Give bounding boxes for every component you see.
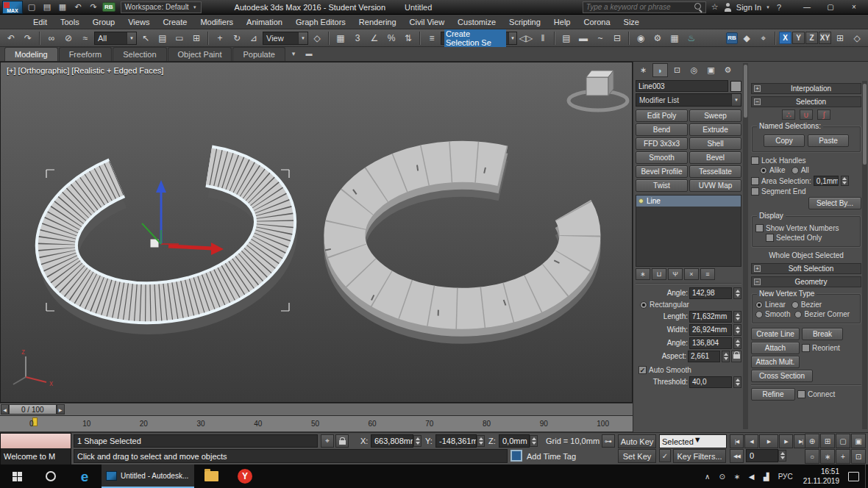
angle2-field[interactable]: 136,804 bbox=[689, 337, 732, 349]
aspect-lock-icon[interactable] bbox=[731, 351, 741, 362]
horseshoe-object-solid[interactable] bbox=[327, 162, 580, 323]
angle2-spinner[interactable] bbox=[733, 337, 741, 349]
smooth-radio[interactable] bbox=[755, 311, 763, 318]
modifier-extrude-button[interactable]: Extrude bbox=[689, 123, 741, 136]
zoom-region-icon[interactable]: ○ bbox=[805, 449, 819, 464]
alike-radio[interactable] bbox=[760, 167, 767, 174]
rendered-frame-window-icon[interactable]: ▦ bbox=[666, 31, 683, 46]
modifier-list-dropdown[interactable]: Modifier List ▼ bbox=[636, 93, 741, 107]
menu-create[interactable]: Create bbox=[156, 16, 193, 28]
frame-spinner[interactable] bbox=[778, 450, 786, 462]
plugin-rb-badge[interactable]: RB bbox=[102, 2, 115, 12]
window-crossing-icon[interactable]: ⊞ bbox=[188, 31, 204, 46]
viewport[interactable]: [+] [Orthographic] [Realistic + Edged Fa… bbox=[0, 62, 633, 403]
volume-icon[interactable]: ◀ bbox=[744, 464, 759, 488]
unlink-selection-icon[interactable]: ⊘ bbox=[60, 31, 77, 46]
selection-filter-dropdown[interactable]: All ▼ bbox=[94, 32, 137, 45]
tab-object-paint[interactable]: Object Paint bbox=[168, 47, 232, 61]
select-by-button[interactable]: Select By... bbox=[808, 197, 861, 209]
plugin-rb-toolbar-badge[interactable]: RB bbox=[726, 32, 738, 44]
material-editor-icon[interactable]: ◉ bbox=[633, 31, 649, 46]
y-coordinate-field[interactable]: -148,361mm bbox=[435, 434, 477, 448]
angle-spinner[interactable] bbox=[733, 287, 741, 299]
make-unique-icon[interactable]: Ψ bbox=[668, 268, 683, 280]
angle-snap-icon[interactable]: ∠ bbox=[366, 31, 383, 46]
threshold-field[interactable]: 40,0 bbox=[689, 376, 732, 388]
axis-constraint-xy-button[interactable]: XY bbox=[819, 32, 831, 44]
y-spinner[interactable] bbox=[477, 435, 485, 447]
key-filter-scope-dropdown[interactable]: Selected ▼ bbox=[659, 434, 727, 448]
menu-animation[interactable]: Animation bbox=[240, 16, 289, 28]
tab-populate[interactable]: Populate bbox=[232, 47, 285, 61]
object-color-swatch[interactable] bbox=[730, 81, 741, 92]
create-line-button[interactable]: Create Line bbox=[751, 328, 800, 340]
viewcube[interactable] bbox=[569, 71, 627, 110]
x-coordinate-field[interactable]: 663,808mm bbox=[371, 434, 413, 448]
app-logo[interactable]: MAX bbox=[2, 1, 23, 14]
favorites-star-icon[interactable]: ☆ bbox=[708, 1, 722, 13]
connect-checkbox[interactable] bbox=[797, 390, 805, 398]
add-time-tag-icon[interactable] bbox=[511, 450, 522, 462]
paste-button[interactable]: Paste bbox=[808, 134, 849, 147]
layer-manager-icon[interactable]: ▤ bbox=[558, 31, 574, 46]
x-spinner[interactable] bbox=[413, 435, 421, 447]
bezier-corner-radio[interactable] bbox=[794, 311, 802, 318]
minimize-button[interactable]: — bbox=[795, 1, 819, 14]
undo-icon[interactable]: ↶ bbox=[71, 1, 85, 13]
time-slider-prev-arrow[interactable]: ◀ bbox=[1, 404, 9, 415]
action-center-icon[interactable] bbox=[848, 472, 859, 481]
keyboard-shortcut-override-icon[interactable]: ▦ bbox=[332, 31, 349, 46]
next-frame-button[interactable]: ▶ bbox=[779, 434, 793, 448]
play-button[interactable]: ▶ bbox=[759, 434, 778, 448]
open-file-icon[interactable]: ▤ bbox=[40, 1, 54, 13]
z-spinner[interactable] bbox=[530, 435, 538, 447]
sub-object-vertex-icon[interactable]: ∴ bbox=[782, 110, 795, 120]
selection-lock-toggle-icon[interactable] bbox=[335, 434, 349, 448]
redo-icon[interactable]: ↷ bbox=[20, 31, 36, 46]
set-key-check-icon[interactable]: ✓ bbox=[659, 449, 671, 462]
copy-button[interactable]: Copy bbox=[764, 134, 805, 147]
edge-browser-button[interactable]: e bbox=[68, 464, 102, 488]
isolate-selection-toggle-icon[interactable]: ⌖ bbox=[321, 434, 334, 448]
clock[interactable]: 16:51 21.11.2019 bbox=[797, 464, 845, 488]
aspect-spinner[interactable] bbox=[722, 351, 730, 362]
close-button[interactable]: × bbox=[842, 1, 866, 14]
tab-modify-icon[interactable]: ◗ bbox=[652, 63, 668, 77]
refine-button[interactable]: Refine bbox=[751, 388, 795, 401]
collapse-icon[interactable]: − bbox=[754, 98, 761, 105]
tab-display-icon[interactable]: ▣ bbox=[703, 63, 719, 77]
tab-motion-icon[interactable]: ◎ bbox=[686, 63, 702, 77]
axis-constraint-x-button[interactable]: X bbox=[779, 32, 791, 44]
undo-icon[interactable]: ↶ bbox=[3, 31, 19, 46]
curve-editor-icon[interactable]: ~ bbox=[592, 31, 608, 46]
all-radio[interactable] bbox=[791, 167, 799, 174]
modifier-edit-poly-button[interactable]: Edit Poly bbox=[636, 110, 688, 122]
maximize-viewport-toggle-icon[interactable]: ⊡ bbox=[851, 449, 866, 464]
remove-modifier-icon[interactable]: × bbox=[684, 268, 699, 280]
yandex-browser-button[interactable]: Y bbox=[228, 464, 262, 488]
visibility-bulb-icon[interactable] bbox=[638, 198, 644, 204]
zoom-icon[interactable]: ⊕ bbox=[805, 434, 819, 448]
modifier-bend-button[interactable]: Bend bbox=[636, 123, 688, 136]
select-and-rotate-icon[interactable]: ↻ bbox=[229, 31, 245, 46]
bind-to-space-warp-icon[interactable]: ≈ bbox=[77, 31, 93, 46]
menu-corona[interactable]: Corona bbox=[577, 16, 616, 28]
width-field[interactable]: 26,924mm bbox=[689, 324, 732, 336]
select-by-name-icon[interactable]: ▤ bbox=[154, 31, 171, 46]
collapse-icon[interactable]: − bbox=[754, 279, 761, 285]
sub-object-spline-icon[interactable]: ∫ bbox=[817, 110, 830, 120]
menu-rendering[interactable]: Rendering bbox=[352, 16, 403, 28]
menu-customize[interactable]: Customize bbox=[451, 16, 502, 28]
isolate-selection-icon[interactable]: ⌖ bbox=[755, 31, 772, 46]
segment-end-checkbox[interactable] bbox=[751, 187, 759, 195]
taskbar-item-3dsmax[interactable]: Untitled - Autodesk... bbox=[102, 464, 194, 488]
horseshoe-object-selected[interactable] bbox=[46, 152, 288, 331]
bluetooth-icon[interactable]: ∗ bbox=[730, 464, 744, 488]
rollout-soft-selection[interactable]: + Soft Selection bbox=[751, 263, 861, 274]
edit-named-selection-sets-icon[interactable]: ≡ bbox=[424, 31, 440, 46]
rollout-geometry[interactable]: − Geometry bbox=[751, 276, 861, 287]
spinner-snap-icon[interactable]: ⇅ bbox=[400, 31, 416, 46]
render-setup-icon[interactable]: ⚙ bbox=[650, 31, 666, 46]
select-object-icon[interactable]: ↖ bbox=[138, 31, 154, 46]
menu-graph-editors[interactable]: Graph Editors bbox=[289, 16, 352, 28]
